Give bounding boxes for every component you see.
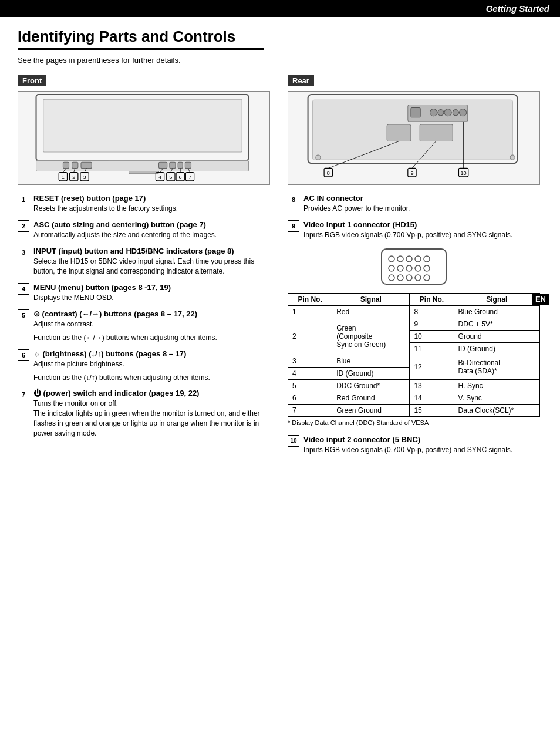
item-number-9: 9 [288,220,299,232]
list-item: 10 Video input 2 connector (5 BNC) Input… [288,434,540,455]
two-col-layout: Front [18,75,542,461]
svg-point-69 [415,275,421,281]
svg-text:5: 5 [169,174,172,180]
table-row: 7 Green Ground 15 Data Clock(SCL)* [288,404,540,416]
item-desc-7b: The indicator lights up in green when th… [33,409,270,438]
header-title: Getting Started [486,4,549,14]
item-number-1: 1 [18,194,29,205]
svg-rect-1 [43,99,242,152]
item-content-3: INPUT (input) button and HD15/BNC indica… [33,246,270,277]
table-row: 5 DDC Ground* 13 H. Sync [288,379,540,392]
svg-rect-6 [72,162,78,168]
item-title-4: MENU (menu) button (pages 8 -17, 19) [33,282,270,293]
item-title-2: ASC (auto sizing and centering) button (… [33,220,270,230]
rear-items-list: 8 AC IN connector Provides AC power to t… [288,193,540,455]
svg-text:6: 6 [179,174,182,180]
svg-point-67 [397,275,403,281]
item-desc-3: Selects the HD15 or 5BNC video input sig… [33,257,270,277]
item-desc-5a: Adjust the contrast. [33,319,270,329]
main-content: Identifying Parts and Controls See the p… [0,17,560,479]
item-desc-6b: Function as the (↓/↑) buttons when adjus… [33,373,270,383]
svg-point-62 [397,265,403,271]
svg-point-38 [438,110,444,116]
svg-rect-8 [158,162,167,168]
item-number-10: 10 [288,435,299,447]
svg-point-42 [316,155,321,160]
item-number-8: 8 [288,194,299,205]
svg-point-43 [510,155,515,160]
item-number-4: 4 [18,283,29,295]
svg-text:4: 4 [158,174,161,180]
pin-table-header-2: Signal [332,293,410,305]
svg-rect-44 [387,124,411,141]
svg-text:1: 1 [62,174,65,180]
pin-table-header-3: Pin No. [410,293,454,305]
svg-rect-7 [81,162,92,168]
pin-table: Pin No. Signal Pin No. Signal 1 Red 8 Bl… [288,293,540,417]
list-item: 3 INPUT (input) button and HD15/BNC indi… [18,246,270,277]
item-content-8: AC IN connector Provides AC power to the… [303,193,540,214]
item-number-5: 5 [18,309,29,321]
item-desc-7a: Turns the monitor on or off. [33,399,270,409]
item-number-2: 2 [18,220,29,232]
rear-label: Rear [288,75,314,86]
list-item: 2 ASC (auto sizing and centering) button… [18,220,270,240]
item-desc-10: Inputs RGB video signals (0.700 Vp-p, po… [303,445,540,455]
rear-section: Rear [288,75,540,461]
rear-diagram: 8 9 10 [288,91,540,185]
item-desc-5b: Function as the (←/→) buttons when adjus… [33,333,270,343]
item-title-7: ⏻ (power) switch and indicator (pages 19… [33,388,270,399]
front-section: Front [18,75,270,461]
item-content-2: ASC (auto sizing and centering) button (… [33,220,270,240]
subtitle: See the pages in parentheses for further… [18,56,542,65]
page-title: Identifying Parts and Controls [18,28,264,50]
list-item: 5 ⊙ (contrast) (←/→) buttons (pages 8 – … [18,309,270,343]
svg-rect-36 [411,108,420,117]
item-content-6: ☼ (brightness) (↓/↑) buttons (pages 8 – … [33,349,270,383]
header-bar: Getting Started [0,0,560,17]
item-number-6: 6 [18,349,29,361]
item-desc-8: Provides AC power to the monitor. [303,204,540,214]
item-desc-9: Inputs RGB video signals (0.700 Vp-p, po… [303,230,540,240]
item-number-3: 3 [18,247,29,258]
item-content-4: MENU (menu) button (pages 8 -17, 19) Dis… [33,282,270,303]
svg-point-41 [459,109,466,116]
pin-table-footnote: * Display Data Channel (DDC) Standard of… [288,419,540,426]
table-row: 2 Green(CompositeSync on Green) 9 DDC + … [288,318,540,330]
pin-table-header-4: Signal [454,293,539,305]
svg-text:9: 9 [410,170,413,176]
svg-point-56 [389,256,394,262]
svg-point-59 [415,256,421,262]
item-content-7: ⏻ (power) switch and indicator (pages 19… [33,388,270,438]
table-row: 3 Blue 12 Bi-DirectionalData (SDA)* [288,355,540,367]
svg-text:3: 3 [83,174,86,180]
svg-rect-10 [178,162,183,168]
svg-rect-55 [382,249,446,284]
item-content-1: RESET (reset) button (page 17) Resets th… [33,193,270,214]
item-title-6: ☼ (brightness) (↓/↑) buttons (pages 8 – … [33,349,270,359]
item-desc-1: Resets the adjustments to the factory se… [33,204,270,214]
svg-text:7: 7 [188,174,191,180]
item-content-10: Video input 2 connector (5 BNC) Inputs R… [303,434,540,455]
item-content-9: Video input 1 connector (HD15) Inputs RG… [303,220,540,240]
list-item: 8 AC IN connector Provides AC power to t… [288,193,540,214]
svg-rect-9 [170,162,176,168]
front-diagram: 1 2 3 4 5 6 7 [18,91,270,185]
list-item: 1 RESET (reset) button (page 17) Resets … [18,193,270,214]
svg-point-57 [397,256,403,262]
item-title-1: RESET (reset) button (page 17) [33,193,270,204]
en-badge: EN [532,294,549,305]
list-item: 9 Video input 1 connector (HD15) Inputs … [288,220,540,240]
table-row: 6 Red Ground 14 V. Sync [288,392,540,404]
list-item: 7 ⏻ (power) switch and indicator (pages … [18,388,270,438]
item-desc-4: Displays the MENU OSD. [33,293,270,303]
item-desc-6a: Adjust the picture brightness. [33,359,270,369]
svg-point-64 [415,265,421,271]
svg-point-63 [406,265,412,271]
svg-point-65 [424,265,430,271]
list-item: 6 ☼ (brightness) (↓/↑) buttons (pages 8 … [18,349,270,383]
svg-point-39 [444,109,451,116]
table-row: 1 Red 8 Blue Ground [288,305,540,318]
svg-rect-45 [420,124,453,141]
front-items-list: 1 RESET (reset) button (page 17) Resets … [18,193,270,439]
